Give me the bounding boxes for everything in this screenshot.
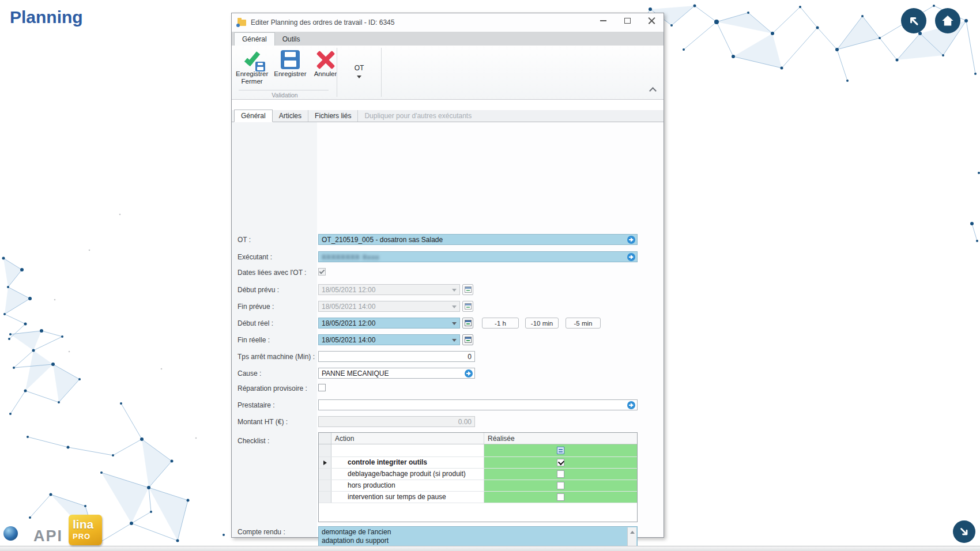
edit-folder-icon [238,20,246,26]
done-checkbox[interactable] [557,459,564,466]
done-cell[interactable] [484,457,637,468]
executant-field[interactable]: XXXXXXXX Xxxx [318,251,638,262]
row-selector[interactable] [319,457,331,468]
action-cell[interactable]: controle integriter outils [331,457,484,468]
page-title: Planning [10,7,83,27]
tab-fichiers-lies[interactable]: Fichiers liés [308,110,357,122]
ot-dropdown-button[interactable]: OT [349,61,370,84]
ribbon-tab-strip: Général Outils [232,32,664,46]
checklist-row[interactable]: deblayage/bachage produit (si produit) [319,469,637,480]
checklist-row[interactable]: intervention sur temps de pause [319,492,637,503]
validation-group-label: Validation [233,92,337,99]
close-button[interactable] [639,13,664,28]
back-nav-button[interactable] [901,8,926,33]
fin-reelle-field[interactable]: 18/05/2021 14:00 [318,334,460,345]
bottom-progress-bar[interactable] [0,546,980,551]
dates-liees-checkbox[interactable] [318,268,326,276]
filter-done-cell[interactable] [484,444,637,456]
tab-articles[interactable]: Articles [273,110,308,122]
current-row-marker-icon [323,461,327,465]
edit-planning-window: Editer Planning des ordres de travail - … [231,13,664,538]
debut-reel-field[interactable]: 18/05/2021 12:00 [318,318,460,329]
tps-arret-field[interactable]: 0 [318,351,475,362]
fin-prevue-field: 18/05/2021 14:00 [318,301,460,312]
maximize-button[interactable] [615,13,639,28]
compte-rendu-line: adaptation du support [322,537,625,545]
fin-prevue-value: 18/05/2021 14:00 [322,303,375,311]
next-nav-button[interactable] [953,520,975,543]
done-checkbox[interactable] [557,470,564,478]
chevron-down-icon [357,76,361,81]
cause-field[interactable]: PANNE MECANIQUE [318,368,475,379]
action-cell[interactable]: intervention sur temps de pause [331,492,484,503]
save-close-button[interactable]: Enregistrer Fermer [233,47,271,87]
checklist-row[interactable]: hors production [319,480,637,492]
ribbon-tab-outils[interactable]: Outils [275,33,308,46]
save-icon [255,62,265,71]
scroll-up-button[interactable] [628,527,636,536]
calendar-icon [465,303,472,310]
checklist-table: Action Réalisée controle integriter outi… [318,432,638,522]
save-button[interactable]: Enregistrer [271,47,309,87]
cause-label: Cause : [238,369,261,378]
done-cell[interactable] [484,480,637,491]
home-nav-button[interactable] [935,8,960,33]
minus-10min-button[interactable]: -10 min [525,318,559,329]
floppy-disk-icon [281,50,300,69]
prestataire-label: Prestataire : [238,401,275,409]
save-label: Enregistrer [274,70,306,78]
ribbon-tab-general[interactable]: Général [234,32,275,46]
calendar-icon [465,337,472,343]
filter-icon[interactable] [557,447,564,454]
done-cell[interactable] [484,492,637,503]
ot-field[interactable]: OT_210519_005 - dosatron sas Salade [318,234,638,245]
chevron-down-icon[interactable] [452,339,457,344]
debut-reel-calendar-button[interactable] [462,318,473,329]
executant-lookup-icon[interactable] [627,253,635,261]
prestataire-lookup-icon[interactable] [627,401,635,409]
minimize-icon [600,20,606,21]
cause-value: PANNE MECANIQUE [322,369,389,378]
ribbon: Enregistrer Fermer Enregistrer Annuler V… [232,46,664,100]
fin-reelle-value: 18/05/2021 14:00 [322,336,375,344]
row-selector[interactable] [319,469,331,480]
action-cell[interactable]: hors production [331,480,484,491]
minus-1h-button[interactable]: -1 h [482,318,519,329]
ribbon-separator [337,48,337,97]
collapse-ribbon-icon[interactable] [649,87,657,95]
globe-logo-icon [3,526,18,541]
executant-value-obscured: XXXXXXXX Xxxx [322,254,379,261]
save-close-label-line2: Fermer [242,78,263,85]
minimize-button[interactable] [591,13,615,28]
ot-lookup-icon[interactable] [627,236,635,244]
done-checkbox[interactable] [557,493,564,501]
minus-5min-button[interactable]: -5 min [566,318,601,329]
action-cell[interactable]: deblayage/bachage produit (si produit) [331,469,484,480]
done-checkbox[interactable] [557,482,564,489]
lina-word: lina [73,518,93,531]
row-selector[interactable] [319,480,331,491]
filter-action-cell[interactable] [331,444,484,456]
tab-general[interactable]: Général [234,110,273,122]
tps-arret-value: 0 [468,353,472,361]
reparation-checkbox[interactable] [318,384,326,391]
realisee-column-header[interactable]: Réalisée [484,433,637,444]
chevron-down-icon[interactable] [452,322,457,327]
window-titlebar[interactable]: Editer Planning des ordres de travail - … [232,13,664,32]
prestataire-field[interactable] [318,399,638,410]
cause-lookup-icon[interactable] [465,369,473,378]
action-column-header[interactable]: Action [331,433,484,444]
reparation-label: Réparation provisoire : [238,384,307,393]
fin-prevue-label: Fin prévue : [238,303,274,311]
arrow-up-left-icon [907,14,920,27]
debut-reel-label: Début réel : [238,319,273,327]
checklist-label: Checklist : [238,437,269,445]
montant-value: 0.00 [458,418,472,426]
fin-reelle-calendar-button[interactable] [462,334,473,345]
montant-label: Montant HT (€) : [238,418,288,426]
done-cell[interactable] [484,469,637,480]
dates-liees-label: Dates liées avec l'OT : [238,269,306,277]
row-selector[interactable] [319,492,331,503]
row-selector[interactable] [319,444,331,456]
checklist-row[interactable]: controle integriter outils [319,457,637,469]
